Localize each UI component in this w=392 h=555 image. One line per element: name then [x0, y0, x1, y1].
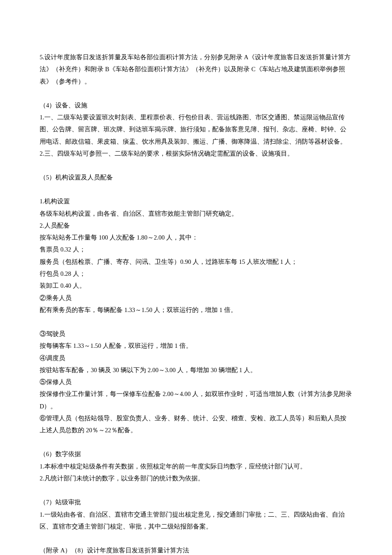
text-block: 5.设计年度旅客日发送折算量及车站各部位面积计算方法，分别参见附录 A《设计年度… — [40, 51, 352, 87]
text-line: 1.一级站由各省、自治区、直辖市交通主管部门提出核定意见，报交通部门审批；二、三… — [40, 509, 352, 533]
text-line: ⑤保修人员 — [40, 376, 352, 388]
text-line: （附录 A）（8）设计年度旅客日发送折算量计算方法 — [40, 544, 352, 555]
text-line: 2.三、四级车站可参照一、二级车站的要求，根据实际情况确定需配置的设备、设施项目… — [40, 147, 352, 159]
text-line: 2.凡统计部门未统计的数字，以业务部门的统计数为依据。 — [40, 472, 352, 484]
text-line: 按保修作业工作量计算，每一保修车位配备 2.00～4.00 人，如双班作业时，可… — [40, 388, 352, 412]
text-line: 2.人员配备 — [40, 220, 352, 231]
text-line: ③驾驶员 — [40, 328, 352, 340]
text-line: 行包员 0.28 人； — [40, 268, 352, 280]
text-block: （4）设备、设施1.一、二级车站要设置班次时刻表、里程票价表、行包价目表、营运线… — [40, 99, 352, 159]
text-block: 1.机构设置各级车站机构设置，由各省、自治区、直辖市效能主管部门研究确定。2.人… — [40, 195, 352, 316]
text-line: （7）站级审批 — [40, 496, 352, 508]
text-line: （4）设备、设施 — [40, 99, 352, 111]
text-line: 1.一、二级车站要设置班次时刻表、里程票价表、行包价目表、营运线路图、市区交通图… — [40, 111, 352, 147]
text-line: 装卸工 0.40 人。 — [40, 280, 352, 292]
text-line: ④调度员 — [40, 352, 352, 364]
text-line: 各级车站机构设置，由各省、自治区、直辖市效能主管部门研究确定。 — [40, 208, 352, 220]
text-block: ③驾驶员按每辆客车 1.33～1.50 人配备，双班运行，增加 1 倍。④调度员… — [40, 328, 352, 436]
text-line: 5.设计年度旅客日发送折算量及车站各部位面积计算方法，分别参见附录 A《设计年度… — [40, 51, 352, 87]
text-block: （附录 A）（8）设计年度旅客日发送折算量计算方法 — [40, 544, 352, 555]
text-block: （5）机构设置及人员配备 — [40, 171, 352, 183]
text-line: 按每辆客车 1.33～1.50 人配备，双班运行，增加 1 倍。 — [40, 340, 352, 352]
text-line: ⑥管理人员（包括站领导、股室负责人、业务、财务、统计、公安、稽查、安检、政工人员… — [40, 412, 352, 436]
document-page: 5.设计年度旅客日发送折算量及车站各部位面积计算方法，分别参见附录 A《设计年度… — [0, 0, 392, 555]
text-line: 服务员（包括检票、广播、寄存、问讯、卫生等）0.90 人，过路班车每 15 人班… — [40, 256, 352, 268]
text-line: 1.本标准中核定站级条件有关数据，依照核定年的前一年度实际日均数字，应经统计部门… — [40, 460, 352, 472]
text-line: 按车站站务工作量每 100 人次配备 1.80～2.00 人，其中： — [40, 231, 352, 243]
text-line: 配有乘务员的客车，每辆配备 1.33～1.50 人；双班运行的，增加 1 倍。 — [40, 304, 352, 316]
text-block: （7）站级审批1.一级站由各省、自治区、直辖市交通主管部门提出核定意见，报交通部… — [40, 496, 352, 532]
text-line: 售票员 0.32 人； — [40, 243, 352, 255]
text-line: （6）数字依据 — [40, 448, 352, 460]
text-line: ②乘务人员 — [40, 292, 352, 304]
text-line: 1.机构设置 — [40, 195, 352, 207]
text-block: （6）数字依据1.本标准中核定站级条件有关数据，依照核定年的前一年度实际日均数字… — [40, 448, 352, 484]
text-line: （5）机构设置及人员配备 — [40, 171, 352, 183]
text-line: 按驻站客车配备，30 辆及 30 辆以下为 2.00～3.00 人，每增加 30… — [40, 364, 352, 376]
